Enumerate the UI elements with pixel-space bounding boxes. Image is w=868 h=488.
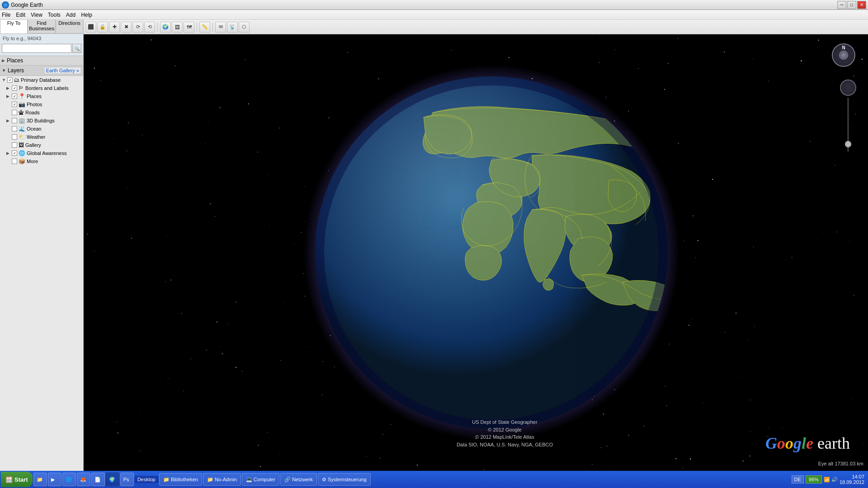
maximize-button[interactable]: □	[847, 1, 856, 9]
layer-item-places[interactable]: ▶📍Places	[0, 92, 83, 100]
layer-checkbox-more[interactable]	[12, 159, 17, 164]
places-collapse-icon: ▶	[2, 58, 5, 63]
layer-checkbox-gallery[interactable]	[12, 142, 17, 148]
tab-find-businesses[interactable]: Find Businesses	[28, 18, 56, 33]
toolbar-btn-6[interactable]: 🌍	[160, 22, 171, 33]
toolbar-btn-0[interactable]: ⬛	[85, 22, 96, 33]
layer-checkbox-places[interactable]	[12, 94, 17, 99]
layer-item-global-awareness[interactable]: ▶🌐Global Awareness	[0, 149, 83, 157]
taskbar-app-media[interactable]: ▶	[48, 473, 61, 486]
layer-checkbox-photos[interactable]	[12, 102, 17, 107]
tab-fly-to[interactable]: Fly To	[0, 18, 28, 33]
layer-item-roads[interactable]: 🛣Roads	[0, 108, 83, 117]
layer-icon-primary-db: 🗂	[14, 77, 19, 83]
layer-item-gallery[interactable]: 🖼Gallery	[0, 141, 83, 149]
taskbar-folder-netzwerk[interactable]: 🔗 Netzwerk	[280, 473, 317, 486]
layer-item-photos[interactable]: 📷Photos	[0, 100, 83, 108]
taskbar-folder-bibliotheken[interactable]: 📁 Bibliotheken	[159, 473, 202, 486]
compass-inner	[839, 51, 848, 60]
minimize-button[interactable]: ─	[837, 1, 846, 9]
window-controls: ─ □ ✕	[837, 1, 866, 9]
layer-checkbox-global-awareness[interactable]	[12, 150, 17, 156]
layer-label-roads: Roads	[25, 110, 40, 115]
menu-add[interactable]: Add	[66, 12, 75, 18]
layer-checkbox-borders[interactable]	[12, 85, 17, 91]
compass[interactable]: N	[832, 43, 859, 70]
earth-gallery-button[interactable]: Earth Gallery »	[44, 67, 81, 74]
toolbar-separator-1	[157, 23, 158, 32]
layer-item-ocean[interactable]: 🌊Ocean	[0, 125, 83, 133]
menu-edit[interactable]: Edit	[16, 12, 25, 18]
compass-circle[interactable]: N	[832, 43, 855, 67]
layer-label-more: More	[27, 159, 38, 164]
taskbar-app-explorer[interactable]: 📁	[33, 473, 47, 486]
zoom-slider-thumb[interactable]	[845, 141, 851, 147]
toolbar-btn-1[interactable]: 🔒	[97, 22, 108, 33]
taskbar-folder-no-admin[interactable]: 📁 No-Admin	[203, 473, 241, 486]
toolbar-btn-10[interactable]: ✉	[215, 22, 226, 33]
toolbar-btn-5[interactable]: ⟲	[144, 22, 155, 33]
layers-label: Layers	[8, 67, 24, 74]
layers-section: ▼ Layers Earth Gallery » ▼🗂Primary Datab…	[0, 66, 83, 471]
menu-view[interactable]: View	[31, 12, 42, 18]
toolbar: ⬛ 🔒 ✚ ✖ ⟳ ⟲ 🌍 🖼 🗺 📏 ✉ 📡 ⬡	[84, 20, 868, 34]
start-button[interactable]: 🪟 Start	[1, 472, 33, 487]
zoom-control	[840, 80, 856, 152]
taskbar-app-earth[interactable]: 🌍	[106, 473, 119, 486]
menu-help[interactable]: Help	[81, 12, 92, 18]
layer-icon-places: 📍	[19, 93, 25, 99]
close-button[interactable]: ✕	[857, 1, 866, 9]
taskbar-app-firefox[interactable]: 🦊	[77, 473, 90, 486]
battery-indicator[interactable]: 96%	[806, 475, 822, 483]
toolbar-btn-11[interactable]: 📡	[227, 22, 238, 33]
toolbar-btn-7[interactable]: 🖼	[172, 22, 183, 33]
layer-tri-primary-db: ▼	[2, 78, 6, 82]
layer-checkbox-weather[interactable]	[12, 134, 17, 140]
layer-item-weather[interactable]: ⛅Weather	[0, 133, 83, 141]
sys-tray-icons: 📶 🔊	[824, 477, 838, 483]
main-view[interactable]: US Dept of State Geographer © 2012 Googl…	[84, 34, 868, 471]
clock-date: 18.09.2012	[840, 479, 864, 485]
title-bar: Google Earth ─ □ ✕	[0, 0, 868, 10]
fly-to-input-row: 🔍	[0, 43, 83, 56]
layer-checkbox-ocean[interactable]	[12, 126, 17, 131]
taskbar-app-word[interactable]: 📄	[91, 473, 105, 486]
menu-tools[interactable]: Tools	[48, 12, 61, 18]
taskbar-folder-computer[interactable]: 💻 Computer	[242, 473, 279, 486]
toolbar-btn-2[interactable]: ✚	[109, 22, 120, 33]
start-icon: 🪟	[5, 476, 13, 483]
layer-icon-ocean: 🌊	[19, 126, 25, 132]
fly-to-input[interactable]	[2, 44, 71, 53]
toolbar-btn-8[interactable]: 🗺	[184, 22, 194, 33]
layer-label-global-awareness: Global Awareness	[27, 150, 66, 156]
layer-checkbox-roads[interactable]	[12, 110, 17, 115]
places-header[interactable]: ▶ Places	[0, 56, 83, 65]
toolbar-btn-3[interactable]: ✖	[121, 22, 132, 33]
layer-checkbox-primary-db[interactable]	[7, 77, 13, 83]
layer-item-more[interactable]: 📦More	[0, 157, 83, 165]
layer-label-photos: Photos	[27, 102, 42, 107]
zoom-slider-track[interactable]	[847, 98, 849, 152]
taskbar-app-photoshop[interactable]: Ps	[120, 473, 134, 486]
zoom-circle[interactable]	[840, 80, 856, 96]
fly-to-label: Fly to e.g., 94043	[0, 34, 83, 43]
layer-item-3d-buildings[interactable]: ▶🏢3D Buildings	[0, 117, 83, 125]
attr-line1: US Dept of State Geographer	[457, 418, 553, 426]
tab-directions[interactable]: Directions	[56, 18, 83, 33]
menu-file[interactable]: File	[2, 12, 10, 18]
compass-north-label: N	[833, 45, 854, 50]
layer-icon-roads: 🛣	[19, 109, 24, 116]
toolbar-btn-9[interactable]: 📏	[199, 22, 210, 33]
fly-to-search-button[interactable]: 🔍	[72, 44, 81, 53]
attribution: US Dept of State Geographer © 2012 Googl…	[457, 418, 553, 448]
taskbar-app-chrome[interactable]: 🌐	[62, 473, 76, 486]
taskbar-folder-systemsteuerung[interactable]: ⚙ Systemsteuerung	[318, 473, 371, 486]
left-panel: ▼ Search Fly To Find Businesses Directio…	[0, 10, 84, 471]
layer-item-primary-db[interactable]: ▼🗂Primary Database	[0, 76, 83, 84]
toolbar-btn-12[interactable]: ⬡	[239, 22, 250, 33]
layer-checkbox-3d-buildings[interactable]	[12, 118, 17, 123]
toolbar-btn-4[interactable]: ⟳	[132, 22, 143, 33]
layer-item-borders[interactable]: ▶🏳Borders and Labels	[0, 84, 83, 92]
language-button[interactable]: DE	[792, 475, 804, 483]
layer-icon-global-awareness: 🌐	[19, 150, 25, 156]
